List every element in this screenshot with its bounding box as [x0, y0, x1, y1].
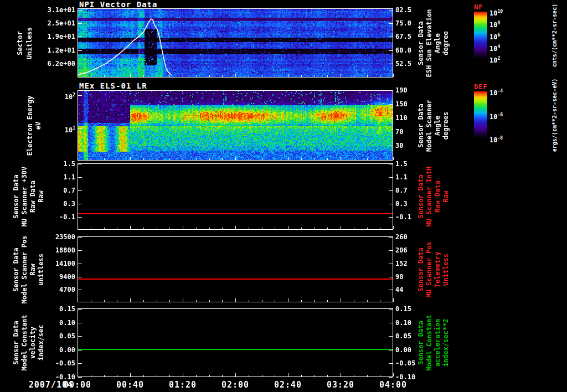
tick-mark — [275, 75, 275, 77]
tick-mark — [354, 375, 354, 376]
tick-mark — [354, 75, 354, 77]
tick-mark — [222, 158, 223, 160]
tick-mark — [389, 323, 393, 323]
tick-mark — [196, 158, 197, 160]
tick-mark — [78, 336, 82, 337]
tick-mark — [327, 300, 328, 302]
tick-mark — [222, 375, 223, 376]
y-tick-label-left: 1.9e+01 — [30, 33, 75, 40]
els-spectrogram-plot — [78, 90, 393, 161]
tick-mark — [341, 298, 341, 302]
tick-mark — [143, 375, 144, 376]
npi-spectrogram-canvas — [78, 9, 393, 77]
tick-mark — [78, 264, 82, 264]
tick-mark — [169, 158, 170, 160]
tick-mark — [380, 300, 380, 302]
colorbar-def-label: DEF — [474, 83, 488, 91]
tick-mark — [78, 363, 82, 364]
tick-mark — [78, 373, 78, 376]
tick-mark — [275, 300, 275, 302]
science-plot-page: NPI Vector Data MEx ELS-01 LR NF DEF 200… — [0, 0, 567, 392]
tick-mark — [143, 228, 144, 229]
tick-mark — [183, 157, 183, 160]
tick-mark — [117, 228, 117, 229]
x-tick-label: 01:20 — [163, 380, 202, 390]
tick-mark — [288, 74, 288, 77]
tick-mark — [78, 95, 82, 96]
tick-mark — [235, 298, 236, 302]
tick-mark — [301, 158, 302, 160]
tick-mark — [389, 23, 393, 24]
tick-mark — [275, 158, 275, 160]
left-axis-label: Sensor DataModel Constantvelocityindex/s… — [12, 260, 45, 392]
els-spectrogram-canvas — [78, 91, 393, 160]
tick-mark — [275, 228, 275, 229]
tick-mark — [117, 75, 117, 77]
tick-mark — [389, 10, 393, 11]
tick-mark — [78, 177, 82, 178]
tick-mark — [235, 373, 236, 376]
colorbar-units-label: ergs/(cm**2-sr-sec-eV) — [551, 32, 558, 198]
tick-mark — [389, 250, 393, 251]
tick-mark — [183, 226, 183, 229]
tick-mark — [104, 158, 105, 160]
tick-mark — [222, 228, 223, 229]
tick-mark — [249, 158, 249, 160]
colorbar-tick-label: 104 — [489, 43, 516, 51]
y-tick-label-left: 2.5e+01 — [30, 19, 75, 27]
tick-mark — [91, 228, 91, 229]
tick-mark — [130, 157, 131, 160]
tick-mark — [78, 128, 82, 129]
tick-mark — [389, 132, 393, 132]
tick-mark — [288, 226, 288, 229]
data-line — [78, 349, 393, 350]
tick-mark — [196, 75, 197, 77]
tick-mark — [341, 373, 341, 376]
tick-mark — [301, 300, 302, 302]
tick-mark — [249, 75, 249, 77]
tick-mark — [380, 75, 380, 77]
tick-mark — [78, 323, 82, 323]
tick-mark — [196, 300, 197, 302]
tick-mark — [183, 373, 183, 376]
tick-mark — [78, 204, 82, 204]
tick-mark — [380, 375, 380, 376]
tick-mark — [78, 277, 82, 277]
colorbar-tick-label: 1010 — [489, 8, 516, 16]
tick-mark — [104, 375, 105, 376]
tick-mark — [354, 158, 354, 160]
tick-mark — [389, 190, 393, 191]
tick-mark — [222, 300, 223, 302]
tick-mark — [78, 298, 78, 302]
model-scanner-pos-plot — [78, 236, 393, 302]
tick-mark — [249, 375, 249, 376]
tick-mark — [301, 375, 302, 376]
tick-mark — [169, 75, 170, 77]
tick-mark — [78, 50, 82, 51]
tick-mark — [78, 37, 82, 37]
tick-mark — [130, 226, 131, 229]
tick-mark — [301, 75, 302, 77]
tick-mark — [235, 157, 236, 160]
tick-mark — [117, 158, 117, 160]
tick-mark — [78, 377, 82, 378]
tick-mark — [262, 375, 262, 376]
tick-mark — [315, 375, 315, 376]
tick-mark — [209, 375, 210, 376]
tick-mark — [389, 118, 393, 118]
tick-mark — [262, 228, 262, 229]
x-tick-label: 02:40 — [269, 380, 307, 390]
tick-mark — [389, 217, 393, 218]
tick-mark — [389, 237, 393, 238]
tick-mark — [341, 157, 341, 160]
tick-mark — [393, 74, 394, 77]
tick-mark — [183, 74, 183, 77]
tick-mark — [288, 157, 288, 160]
tick-mark — [104, 75, 105, 77]
tick-mark — [157, 375, 157, 376]
tick-mark — [169, 228, 170, 229]
tick-mark — [78, 164, 82, 164]
tick-mark — [104, 228, 105, 229]
tick-mark — [354, 228, 354, 229]
tick-mark — [315, 228, 315, 229]
